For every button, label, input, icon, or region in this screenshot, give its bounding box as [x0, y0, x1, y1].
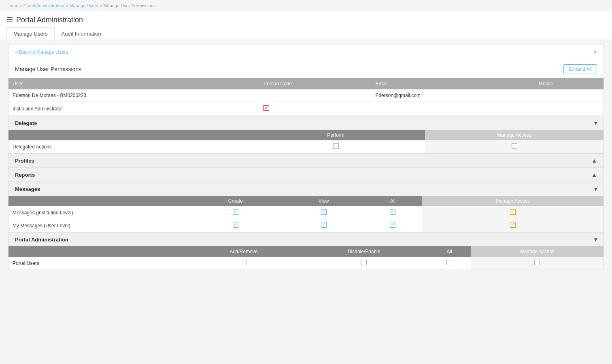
group-reports-chevron: ▲ — [591, 171, 597, 178]
delegate-table: Perform Manage Access Delegated Actions — [8, 130, 604, 153]
group-messages-chevron: ▾ — [594, 186, 597, 192]
group-profiles-label: Profiles — [15, 158, 34, 164]
group-profiles: Profiles ▲ — [8, 153, 604, 167]
user-name: Ederson De Moraes - BM0200223 — [8, 89, 259, 102]
page-icon: ☰ — [6, 15, 13, 24]
col-create: Create — [187, 196, 284, 206]
my-messages-create-checkbox[interactable] — [233, 222, 238, 228]
col-user: User — [8, 78, 259, 89]
manage-user-permissions-header: Manage User Permissions Expand All — [8, 60, 604, 78]
col-disable-enable: Disable/Enable — [300, 246, 428, 257]
group-delegate: Delegate ▾ Perform Manage Access Delegat… — [8, 116, 604, 153]
user-mobile — [535, 89, 604, 102]
tab-manage-users[interactable]: Manage Users — [6, 27, 55, 40]
delegated-actions-manage-access-cell[interactable] — [425, 140, 604, 153]
page-header: ☰ Portal Administration — [0, 11, 612, 27]
messages-institution-manage-access-checkbox[interactable] — [510, 209, 516, 215]
person-code — [259, 89, 371, 102]
portal-admin-table: Add/Remove Disable/Enable All Manage Acc… — [8, 246, 604, 270]
messages-institution-view-checkbox[interactable] — [321, 209, 327, 215]
group-reports-label: Reports — [15, 172, 35, 178]
table-row: Messages (Institution Level) — [8, 206, 604, 219]
group-delegate-chevron: ▾ — [594, 120, 597, 126]
table-row: Delegated Actions — [8, 140, 604, 153]
my-messages-all-checkbox[interactable] — [390, 222, 395, 228]
delegated-actions-perform-cell[interactable] — [246, 140, 425, 153]
page-title: Portal Administration — [16, 16, 83, 24]
breadcrumb-manage-users[interactable]: Manage Users — [69, 3, 98, 8]
col-add-remove: Add/Remove — [187, 246, 300, 257]
table-row: My Messages (User Level) — [8, 219, 604, 232]
group-delegate-label: Delegate — [15, 120, 37, 126]
tabs-container: Manage Users Audit Information — [0, 27, 612, 40]
group-portal-admin-label: Portal Administration — [15, 237, 68, 243]
group-profiles-chevron: ▲ — [591, 157, 597, 164]
breadcrumb-current: Manage User Permissions — [103, 3, 155, 8]
messages-table: Create View All Manage Access Messages (… — [8, 196, 604, 232]
group-portal-admin-header[interactable]: Portal Administration ▾ — [8, 233, 604, 246]
my-messages-view-checkbox[interactable] — [321, 222, 327, 228]
col-view: View — [284, 196, 363, 206]
institution-admin-label: Institution Administrator — [8, 102, 259, 116]
messages-institution-create-checkbox[interactable] — [233, 209, 238, 215]
col-all: All — [363, 196, 422, 206]
table-row: Ederson De Moraes - BM0200223 Ederson@gm… — [8, 89, 604, 102]
col-manage-access-portal: Manage Access — [471, 246, 604, 257]
institution-admin-checkbox[interactable] — [264, 105, 269, 111]
back-to-manage-users-link[interactable]: « Back to Manage Users — [15, 49, 68, 55]
group-messages-label: Messages — [15, 186, 40, 192]
portal-users-all-checkbox[interactable] — [446, 260, 452, 265]
portal-users-manage-access-checkbox[interactable] — [534, 260, 540, 265]
tab-audit-information[interactable]: Audit Information — [55, 27, 108, 40]
back-link-row: « Back to Manage Users × — [8, 44, 604, 60]
col-all-portal: All — [428, 246, 471, 257]
group-portal-admin-chevron: ▾ — [594, 236, 597, 243]
breadcrumb: Home > Portal Administration > Manage Us… — [0, 0, 612, 11]
col-email: Email — [371, 78, 535, 89]
group-portal-administration: Portal Administration ▾ Add/Remove Disab… — [8, 232, 604, 270]
group-messages-header[interactable]: Messages ▾ — [8, 182, 604, 196]
main-container: « Back to Manage Users × Manage User Per… — [8, 44, 604, 270]
col-perform: Perform — [246, 130, 425, 140]
close-button[interactable]: × — [593, 49, 597, 56]
delegated-actions-manage-access-checkbox[interactable] — [512, 143, 517, 149]
delegated-actions-perform-checkbox[interactable] — [333, 143, 339, 149]
user-table: User Person Code Email Mobile Ederson De… — [8, 78, 604, 116]
col-mobile: Mobile — [535, 78, 604, 89]
messages-institution-label: Messages (Institution Level) — [8, 206, 187, 219]
group-reports-header[interactable]: Reports ▲ — [8, 168, 604, 182]
group-reports: Reports ▲ — [8, 167, 604, 182]
manage-user-permissions-title: Manage User Permissions — [15, 66, 81, 72]
col-manage-access-delegate: Manage Access — [425, 130, 604, 140]
col-manage-access-messages: Manage Access — [422, 196, 604, 206]
group-messages: Messages ▾ Create View All Manage Access… — [8, 182, 604, 232]
group-delegate-header[interactable]: Delegate ▾ — [8, 116, 604, 130]
group-profiles-header[interactable]: Profiles ▲ — [8, 154, 604, 167]
col-person-code: Person Code — [259, 78, 371, 89]
messages-institution-all-checkbox[interactable] — [390, 209, 395, 215]
user-email: Ederson@gmail.com — [371, 89, 535, 102]
my-messages-label: My Messages (User Level) — [8, 219, 187, 232]
portal-users-disable-enable-checkbox[interactable] — [361, 260, 367, 265]
expand-all-button[interactable]: Expand All — [563, 64, 597, 74]
delegated-actions-label: Delegated Actions — [8, 140, 246, 153]
portal-users-add-remove-checkbox[interactable] — [241, 260, 246, 265]
breadcrumb-portal-admin[interactable]: Portal Administration — [23, 3, 64, 8]
my-messages-manage-access-checkbox[interactable] — [510, 222, 516, 228]
table-row: Portal Users — [8, 257, 604, 270]
institution-admin-checkbox-cell[interactable] — [259, 102, 371, 116]
institution-admin-row: Institution Administrator — [8, 102, 604, 116]
portal-users-label: Portal Users — [8, 257, 187, 270]
breadcrumb-home[interactable]: Home — [6, 3, 18, 8]
